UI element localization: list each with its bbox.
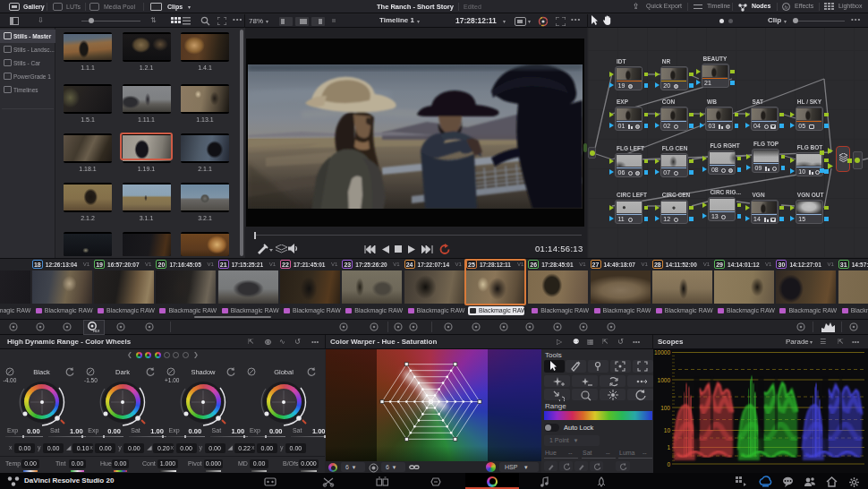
svg-text:10: 10 [664,427,671,433]
svg-text:1: 1 [667,444,670,450]
svg-text:100: 100 [660,405,670,411]
svg-text:10000: 10000 [654,349,670,356]
svg-text:1000: 1000 [658,377,671,383]
svg-text:0: 0 [667,461,670,468]
svg-text:HDR: HDR [93,329,99,333]
